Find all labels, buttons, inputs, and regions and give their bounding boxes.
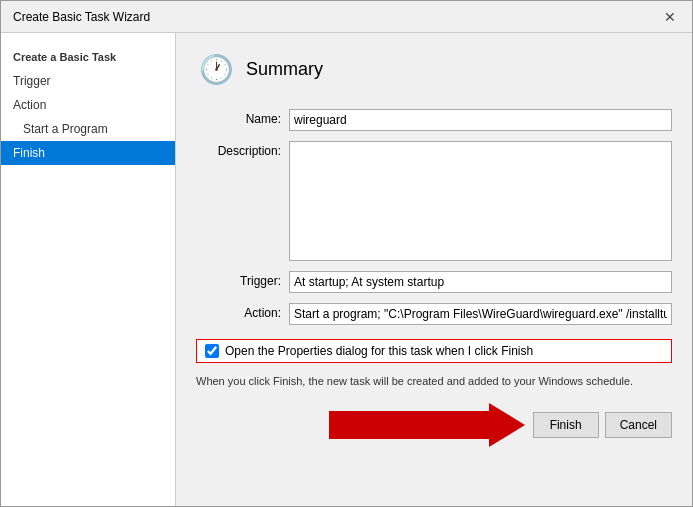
action-label: Action: xyxy=(196,303,281,320)
finish-button[interactable]: Finish xyxy=(533,412,599,438)
hint-text: When you click Finish, the new task will… xyxy=(196,375,672,387)
description-textarea[interactable] xyxy=(289,141,672,261)
cancel-button[interactable]: Cancel xyxy=(605,412,672,438)
left-item-start-program[interactable]: Start a Program xyxy=(1,117,175,141)
action-row: Action: xyxy=(196,303,672,325)
open-properties-checkbox[interactable] xyxy=(205,344,219,358)
trigger-label: Trigger: xyxy=(196,271,281,288)
trigger-input[interactable] xyxy=(289,271,672,293)
right-panel: 🕐 Summary Name: Description: Trigger: Ac… xyxy=(176,33,692,506)
left-panel: Create a Basic Task Trigger Action Start… xyxy=(1,33,176,506)
summary-icon: 🕐 xyxy=(196,49,236,89)
arrow-head xyxy=(489,403,525,447)
name-label: Name: xyxy=(196,109,281,126)
left-section-header: Create a Basic Task xyxy=(1,43,175,69)
summary-title: Summary xyxy=(246,59,323,80)
open-properties-checkbox-row: Open the Properties dialog for this task… xyxy=(196,339,672,363)
trigger-row: Trigger: xyxy=(196,271,672,293)
close-button[interactable]: ✕ xyxy=(660,7,680,27)
left-item-trigger[interactable]: Trigger xyxy=(1,69,175,93)
name-row: Name: xyxy=(196,109,672,131)
app-title: Create Basic Task Wizard xyxy=(13,10,150,24)
dialog-body: Create a Basic Task Trigger Action Start… xyxy=(1,33,692,506)
action-input[interactable] xyxy=(289,303,672,325)
create-basic-task-dialog: Create Basic Task Wizard ✕ Create a Basi… xyxy=(0,0,693,507)
summary-header: 🕐 Summary xyxy=(196,49,672,89)
red-arrow xyxy=(329,403,525,447)
arrow-body xyxy=(329,411,489,439)
open-properties-label: Open the Properties dialog for this task… xyxy=(225,344,533,358)
name-input[interactable] xyxy=(289,109,672,131)
description-label: Description: xyxy=(196,141,281,158)
left-item-action[interactable]: Action xyxy=(1,93,175,117)
description-row: Description: xyxy=(196,141,672,261)
finish-row: Finish Cancel xyxy=(196,403,672,447)
title-bar: Create Basic Task Wizard ✕ xyxy=(1,1,692,33)
title-bar-left: Create Basic Task Wizard xyxy=(13,10,150,24)
left-item-finish[interactable]: Finish xyxy=(1,141,175,165)
